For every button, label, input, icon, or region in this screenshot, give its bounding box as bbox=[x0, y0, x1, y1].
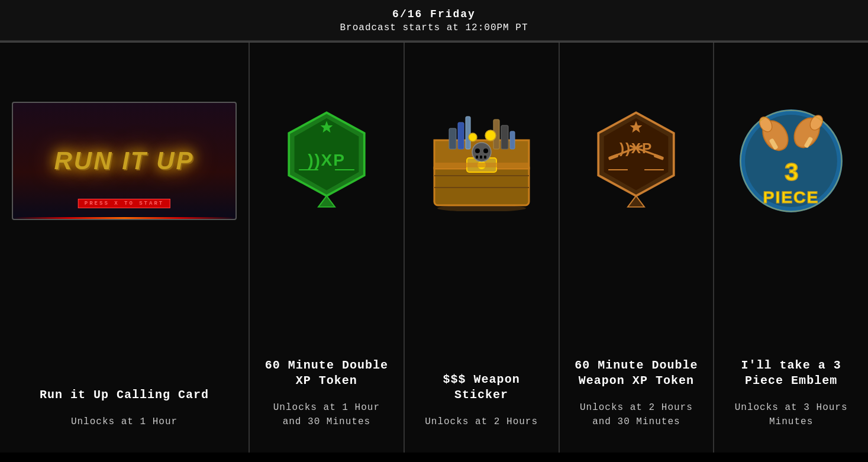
svg-point-23 bbox=[469, 133, 477, 141]
card-title-weapon-sticker: $$$ Weapon Sticker bbox=[417, 372, 547, 403]
card-title-three-piece: I'll take a 3 Piece Emblem bbox=[726, 358, 856, 389]
calling-card-art: RUN IT UP PRESS X TO START bbox=[12, 102, 237, 220]
three-piece-emblem-icon: 3 PIECE bbox=[735, 102, 847, 220]
card-title-calling-card: Run it Up Calling Card bbox=[12, 387, 237, 403]
chest-icon bbox=[422, 111, 541, 211]
card-title-xp-token: 60 Minute Double XP Token bbox=[262, 358, 392, 389]
header-date: 6/16 Friday bbox=[0, 8, 868, 20]
card-unlock-xp-token: Unlocks at 1 Hour and 30 Minutes bbox=[262, 400, 392, 429]
card-title-weapon-xp-token: 60 Minute Double Weapon XP Token bbox=[572, 358, 702, 389]
svg-text:))XP: ))XP bbox=[308, 150, 346, 169]
svg-marker-39 bbox=[628, 196, 644, 207]
card-image-weapon-xp: ))XP bbox=[572, 60, 702, 261]
card-weapon-xp-token: ))XP 60 Minute Double Weapon XP Token Un… bbox=[560, 43, 715, 453]
xp-token-green-icon: ))XP bbox=[282, 109, 371, 213]
svg-rect-27 bbox=[434, 163, 529, 167]
card-three-piece-emblem: 3 PIECE I'll take a 3 Piece Emblem Unloc… bbox=[714, 43, 868, 453]
card-unlock-three-piece: Unlocks at 3 Hours Minutes bbox=[726, 400, 856, 429]
card-double-xp-token: ))XP 60 Minute Double XP Token Unlocks a… bbox=[250, 43, 405, 453]
card-image-calling-card: RUN IT UP PRESS X TO START bbox=[12, 60, 237, 261]
card-weapon-sticker: $$$ Weapon Sticker Unlocks at 2 Hours bbox=[405, 43, 560, 453]
svg-marker-6 bbox=[318, 196, 335, 207]
svg-rect-16 bbox=[484, 156, 486, 159]
card-unlock-weapon-xp-token: Unlocks at 2 Hours and 30 Minutes bbox=[572, 400, 702, 429]
page-header: 6/16 Friday Broadcast starts at 12:00PM … bbox=[0, 0, 868, 41]
card-text-xp-token: 60 Minute Double XP Token Unlocks at 1 H… bbox=[262, 358, 392, 429]
svg-rect-22 bbox=[510, 131, 515, 149]
card-image-three-piece: 3 PIECE bbox=[726, 60, 856, 261]
calling-card-title-art: RUN IT UP bbox=[54, 147, 195, 175]
svg-rect-21 bbox=[501, 125, 508, 149]
card-text-three-piece: I'll take a 3 Piece Emblem Unlocks at 3 … bbox=[726, 358, 856, 429]
cards-container: RUN IT UP PRESS X TO START Run it Up Cal… bbox=[0, 41, 868, 453]
svg-rect-17 bbox=[449, 128, 456, 149]
card-calling-card: RUN IT UP PRESS X TO START Run it Up Cal… bbox=[0, 43, 250, 453]
card-image-xp-token: ))XP bbox=[262, 60, 392, 261]
card-unlock-weapon-sticker: Unlocks at 2 Hours bbox=[417, 415, 547, 429]
svg-text:3: 3 bbox=[785, 158, 798, 186]
svg-rect-14 bbox=[476, 156, 478, 159]
svg-rect-19 bbox=[466, 117, 470, 149]
card-unlock-calling-card: Unlocks at 1 Hour bbox=[12, 415, 237, 429]
card-text-weapon-xp-token: 60 Minute Double Weapon XP Token Unlocks… bbox=[572, 358, 702, 429]
card-text-weapon-sticker: $$$ Weapon Sticker Unlocks at 2 Hours bbox=[417, 372, 547, 429]
svg-text:))XP: ))XP bbox=[619, 140, 653, 156]
svg-rect-18 bbox=[458, 122, 464, 149]
svg-text:PIECE: PIECE bbox=[763, 188, 819, 206]
svg-point-24 bbox=[485, 130, 496, 141]
weapon-xp-token-icon: ))XP bbox=[592, 109, 680, 213]
card-text-calling-card: Run it Up Calling Card Unlocks at 1 Hour bbox=[12, 387, 237, 429]
svg-point-11 bbox=[472, 143, 491, 161]
calling-card-sub-art: PRESS X TO START bbox=[78, 199, 170, 208]
header-broadcast: Broadcast starts at 12:00PM PT bbox=[0, 22, 868, 33]
svg-point-12 bbox=[475, 148, 480, 153]
svg-point-13 bbox=[483, 148, 488, 153]
calling-card-line bbox=[13, 217, 235, 219]
card-image-chest bbox=[417, 60, 547, 261]
svg-rect-15 bbox=[480, 156, 482, 159]
